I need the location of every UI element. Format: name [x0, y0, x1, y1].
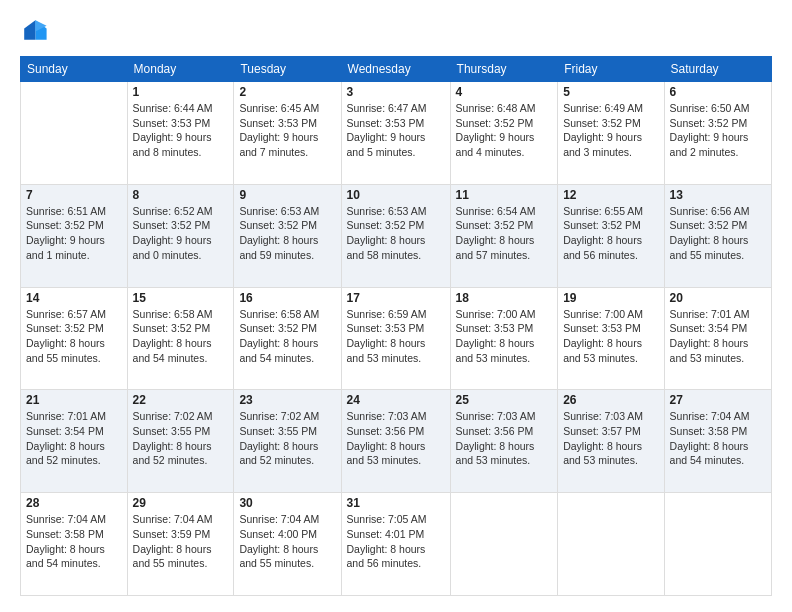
cell-info: Sunrise: 7:01 AM Sunset: 3:54 PM Dayligh… — [26, 409, 122, 468]
calendar-cell: 23Sunrise: 7:02 AM Sunset: 3:55 PM Dayli… — [234, 390, 341, 493]
calendar-cell: 5Sunrise: 6:49 AM Sunset: 3:52 PM Daylig… — [558, 82, 664, 185]
calendar-cell: 11Sunrise: 6:54 AM Sunset: 3:52 PM Dayli… — [450, 184, 558, 287]
calendar-cell — [450, 493, 558, 596]
cell-info: Sunrise: 6:58 AM Sunset: 3:52 PM Dayligh… — [239, 307, 335, 366]
calendar-cell: 13Sunrise: 6:56 AM Sunset: 3:52 PM Dayli… — [664, 184, 771, 287]
calendar-cell: 25Sunrise: 7:03 AM Sunset: 3:56 PM Dayli… — [450, 390, 558, 493]
cell-info: Sunrise: 7:03 AM Sunset: 3:56 PM Dayligh… — [347, 409, 445, 468]
calendar-cell: 22Sunrise: 7:02 AM Sunset: 3:55 PM Dayli… — [127, 390, 234, 493]
cell-day-number: 1 — [133, 85, 229, 99]
calendar-cell: 14Sunrise: 6:57 AM Sunset: 3:52 PM Dayli… — [21, 287, 128, 390]
cell-day-number: 21 — [26, 393, 122, 407]
calendar-cell: 1Sunrise: 6:44 AM Sunset: 3:53 PM Daylig… — [127, 82, 234, 185]
calendar-week-3: 21Sunrise: 7:01 AM Sunset: 3:54 PM Dayli… — [21, 390, 772, 493]
calendar-week-4: 28Sunrise: 7:04 AM Sunset: 3:58 PM Dayli… — [21, 493, 772, 596]
cell-info: Sunrise: 6:58 AM Sunset: 3:52 PM Dayligh… — [133, 307, 229, 366]
weekday-header-tuesday: Tuesday — [234, 57, 341, 82]
cell-day-number: 23 — [239, 393, 335, 407]
cell-info: Sunrise: 6:45 AM Sunset: 3:53 PM Dayligh… — [239, 101, 335, 160]
cell-day-number: 14 — [26, 291, 122, 305]
cell-day-number: 25 — [456, 393, 553, 407]
cell-day-number: 4 — [456, 85, 553, 99]
cell-info: Sunrise: 6:54 AM Sunset: 3:52 PM Dayligh… — [456, 204, 553, 263]
cell-day-number: 8 — [133, 188, 229, 202]
logo-icon — [20, 16, 48, 44]
cell-info: Sunrise: 6:49 AM Sunset: 3:52 PM Dayligh… — [563, 101, 658, 160]
cell-info: Sunrise: 7:03 AM Sunset: 3:57 PM Dayligh… — [563, 409, 658, 468]
calendar-cell: 15Sunrise: 6:58 AM Sunset: 3:52 PM Dayli… — [127, 287, 234, 390]
calendar-week-2: 14Sunrise: 6:57 AM Sunset: 3:52 PM Dayli… — [21, 287, 772, 390]
cell-info: Sunrise: 7:00 AM Sunset: 3:53 PM Dayligh… — [456, 307, 553, 366]
calendar-cell: 19Sunrise: 7:00 AM Sunset: 3:53 PM Dayli… — [558, 287, 664, 390]
calendar-cell: 3Sunrise: 6:47 AM Sunset: 3:53 PM Daylig… — [341, 82, 450, 185]
cell-info: Sunrise: 7:00 AM Sunset: 3:53 PM Dayligh… — [563, 307, 658, 366]
calendar-cell: 26Sunrise: 7:03 AM Sunset: 3:57 PM Dayli… — [558, 390, 664, 493]
cell-day-number: 16 — [239, 291, 335, 305]
cell-info: Sunrise: 6:47 AM Sunset: 3:53 PM Dayligh… — [347, 101, 445, 160]
weekday-header-thursday: Thursday — [450, 57, 558, 82]
cell-info: Sunrise: 7:04 AM Sunset: 3:58 PM Dayligh… — [26, 512, 122, 571]
cell-info: Sunrise: 6:53 AM Sunset: 3:52 PM Dayligh… — [347, 204, 445, 263]
calendar-cell: 9Sunrise: 6:53 AM Sunset: 3:52 PM Daylig… — [234, 184, 341, 287]
cell-info: Sunrise: 7:05 AM Sunset: 4:01 PM Dayligh… — [347, 512, 445, 571]
weekday-header-row: SundayMondayTuesdayWednesdayThursdayFrid… — [21, 57, 772, 82]
cell-day-number: 11 — [456, 188, 553, 202]
cell-day-number: 19 — [563, 291, 658, 305]
calendar-cell: 16Sunrise: 6:58 AM Sunset: 3:52 PM Dayli… — [234, 287, 341, 390]
calendar-table: SundayMondayTuesdayWednesdayThursdayFrid… — [20, 56, 772, 596]
calendar-cell: 28Sunrise: 7:04 AM Sunset: 3:58 PM Dayli… — [21, 493, 128, 596]
calendar-cell: 2Sunrise: 6:45 AM Sunset: 3:53 PM Daylig… — [234, 82, 341, 185]
calendar-cell: 18Sunrise: 7:00 AM Sunset: 3:53 PM Dayli… — [450, 287, 558, 390]
cell-info: Sunrise: 7:01 AM Sunset: 3:54 PM Dayligh… — [670, 307, 766, 366]
calendar-cell: 20Sunrise: 7:01 AM Sunset: 3:54 PM Dayli… — [664, 287, 771, 390]
calendar-cell: 29Sunrise: 7:04 AM Sunset: 3:59 PM Dayli… — [127, 493, 234, 596]
cell-day-number: 28 — [26, 496, 122, 510]
cell-info: Sunrise: 7:04 AM Sunset: 3:59 PM Dayligh… — [133, 512, 229, 571]
cell-day-number: 5 — [563, 85, 658, 99]
cell-day-number: 13 — [670, 188, 766, 202]
cell-info: Sunrise: 6:44 AM Sunset: 3:53 PM Dayligh… — [133, 101, 229, 160]
cell-day-number: 20 — [670, 291, 766, 305]
cell-info: Sunrise: 6:55 AM Sunset: 3:52 PM Dayligh… — [563, 204, 658, 263]
calendar-week-1: 7Sunrise: 6:51 AM Sunset: 3:52 PM Daylig… — [21, 184, 772, 287]
cell-info: Sunrise: 7:04 AM Sunset: 4:00 PM Dayligh… — [239, 512, 335, 571]
cell-info: Sunrise: 6:56 AM Sunset: 3:52 PM Dayligh… — [670, 204, 766, 263]
cell-info: Sunrise: 7:02 AM Sunset: 3:55 PM Dayligh… — [239, 409, 335, 468]
calendar-cell: 12Sunrise: 6:55 AM Sunset: 3:52 PM Dayli… — [558, 184, 664, 287]
weekday-header-saturday: Saturday — [664, 57, 771, 82]
calendar-cell — [21, 82, 128, 185]
calendar-cell: 10Sunrise: 6:53 AM Sunset: 3:52 PM Dayli… — [341, 184, 450, 287]
cell-day-number: 29 — [133, 496, 229, 510]
weekday-header-monday: Monday — [127, 57, 234, 82]
cell-info: Sunrise: 7:03 AM Sunset: 3:56 PM Dayligh… — [456, 409, 553, 468]
cell-info: Sunrise: 6:52 AM Sunset: 3:52 PM Dayligh… — [133, 204, 229, 263]
cell-info: Sunrise: 6:51 AM Sunset: 3:52 PM Dayligh… — [26, 204, 122, 263]
cell-day-number: 31 — [347, 496, 445, 510]
cell-day-number: 24 — [347, 393, 445, 407]
calendar-cell: 30Sunrise: 7:04 AM Sunset: 4:00 PM Dayli… — [234, 493, 341, 596]
svg-marker-1 — [24, 20, 35, 40]
cell-day-number: 18 — [456, 291, 553, 305]
cell-day-number: 17 — [347, 291, 445, 305]
calendar-cell: 27Sunrise: 7:04 AM Sunset: 3:58 PM Dayli… — [664, 390, 771, 493]
calendar-cell — [558, 493, 664, 596]
cell-info: Sunrise: 6:48 AM Sunset: 3:52 PM Dayligh… — [456, 101, 553, 160]
cell-info: Sunrise: 6:50 AM Sunset: 3:52 PM Dayligh… — [670, 101, 766, 160]
page-header — [20, 16, 772, 44]
weekday-header-sunday: Sunday — [21, 57, 128, 82]
cell-info: Sunrise: 7:02 AM Sunset: 3:55 PM Dayligh… — [133, 409, 229, 468]
calendar-cell: 8Sunrise: 6:52 AM Sunset: 3:52 PM Daylig… — [127, 184, 234, 287]
calendar-cell: 24Sunrise: 7:03 AM Sunset: 3:56 PM Dayli… — [341, 390, 450, 493]
calendar-cell: 4Sunrise: 6:48 AM Sunset: 3:52 PM Daylig… — [450, 82, 558, 185]
cell-day-number: 12 — [563, 188, 658, 202]
calendar-cell: 17Sunrise: 6:59 AM Sunset: 3:53 PM Dayli… — [341, 287, 450, 390]
cell-day-number: 30 — [239, 496, 335, 510]
cell-day-number: 6 — [670, 85, 766, 99]
cell-day-number: 10 — [347, 188, 445, 202]
cell-info: Sunrise: 6:53 AM Sunset: 3:52 PM Dayligh… — [239, 204, 335, 263]
calendar-cell: 7Sunrise: 6:51 AM Sunset: 3:52 PM Daylig… — [21, 184, 128, 287]
cell-day-number: 22 — [133, 393, 229, 407]
calendar-cell — [664, 493, 771, 596]
weekday-header-friday: Friday — [558, 57, 664, 82]
calendar-cell: 21Sunrise: 7:01 AM Sunset: 3:54 PM Dayli… — [21, 390, 128, 493]
